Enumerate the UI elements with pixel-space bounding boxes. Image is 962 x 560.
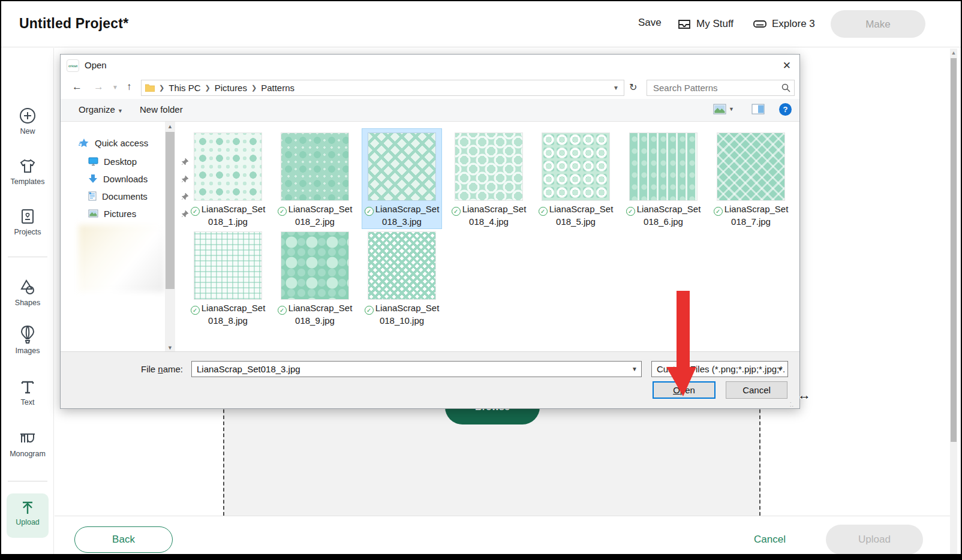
dialog-title-bar[interactable]: cricut Open ✕ — [61, 55, 799, 77]
scrollbar-thumb[interactable] — [166, 132, 175, 289]
chevron-down-icon: ▼ — [118, 108, 123, 114]
organize-menu[interactable]: Organize▼ — [79, 104, 123, 115]
breadcrumb-separator: ❯ — [205, 84, 211, 92]
sidebar-item-templates[interactable]: Templates — [1, 157, 54, 186]
close-icon[interactable]: ✕ — [783, 59, 791, 72]
sidebar-item-projects[interactable]: Projects — [1, 207, 54, 236]
address-bar: ← → ▼ ↑ ❯ This PC ❯ Pictures ❯ Patterns … — [61, 77, 799, 99]
nav-item-pictures[interactable]: Pictures — [88, 206, 194, 221]
breadcrumb-separator: ❯ — [251, 84, 257, 92]
file-name-input[interactable] — [196, 362, 621, 376]
file-item-7[interactable]: ✓LianaScrap_Set018_7.jpg — [711, 129, 790, 228]
file-item-1[interactable]: ✓LianaScrap_Set018_1.jpg — [188, 129, 267, 228]
cancel-link[interactable]: Cancel — [754, 534, 786, 546]
back-button[interactable]: Back — [74, 526, 173, 553]
blurred-folder-preview — [79, 225, 165, 292]
folder-icon — [145, 84, 155, 92]
breadcrumb[interactable]: ❯ This PC ❯ Pictures ❯ Patterns ▼ — [141, 80, 624, 96]
file-item-8[interactable]: ✓LianaScrap_Set018_8.jpg — [188, 228, 267, 327]
sidebar-item-monogram[interactable]: Monogram — [1, 429, 54, 458]
nav-item-downloads[interactable]: Downloads — [88, 171, 194, 186]
page-scrollbar[interactable]: ▲ — [950, 49, 957, 554]
synced-check-icon: ✓ — [626, 207, 635, 216]
back-arrow-icon[interactable]: ← — [72, 81, 82, 93]
file-item-4[interactable]: ✓LianaScrap_Set018_4.jpg — [449, 129, 528, 228]
preview-pane-icon[interactable] — [751, 104, 765, 115]
scrollbar-thumb[interactable] — [951, 58, 957, 442]
quick-access-star-icon — [79, 138, 89, 148]
save-button[interactable]: Save — [638, 17, 662, 29]
open-button[interactable]: Open — [653, 381, 716, 399]
sidebar-item-upload[interactable]: Upload — [7, 493, 49, 538]
my-stuff-button[interactable]: My Stuff — [677, 17, 733, 31]
nav-item-documents[interactable]: Documents — [88, 188, 194, 204]
file-thumbnail — [368, 133, 435, 200]
project-title: Untitled Project* — [19, 16, 128, 32]
refresh-icon[interactable]: ↻ — [629, 82, 637, 93]
window-frame-edge — [1, 554, 961, 559]
desktop-icon — [88, 157, 98, 166]
file-item-9[interactable]: ✓LianaScrap_Set018_9.jpg — [275, 228, 354, 327]
project-card-icon — [19, 207, 36, 225]
bottom-action-bar: Back Cancel Upload — [55, 516, 957, 557]
folder-nav-pane: Quick access Desktop Downloads Documents — [61, 122, 166, 353]
nav-item-desktop[interactable]: Desktop — [88, 153, 194, 169]
thumbnail-view-icon[interactable] — [713, 104, 726, 115]
file-thumbnail — [630, 133, 697, 200]
synced-check-icon: ✓ — [365, 306, 374, 315]
synced-check-icon: ✓ — [365, 207, 374, 216]
nav-scrollbar[interactable]: ▲ ▼ — [165, 122, 175, 353]
address-dropdown-icon[interactable]: ▼ — [613, 85, 619, 91]
app-window: Untitled Project* Save My Stuff Explore … — [0, 0, 962, 560]
file-item-10[interactable]: ✓LianaScrap_Set018_10.jpg — [362, 228, 441, 327]
view-dropdown-icon[interactable]: ▼ — [729, 106, 734, 112]
make-button[interactable]: Make — [831, 10, 925, 38]
inbox-icon — [677, 17, 692, 31]
synced-check-icon: ✓ — [278, 306, 287, 315]
file-thumbnail — [194, 232, 261, 299]
cricut-machine-icon — [753, 17, 767, 31]
machine-selector-button[interactable]: Explore 3 — [753, 17, 815, 31]
file-item-6[interactable]: ✓LianaScrap_Set018_6.jpg — [624, 129, 703, 228]
text-icon — [19, 379, 36, 396]
file-thumbnail — [368, 232, 435, 299]
file-type-dropdown[interactable]: Custom Files (*.png;*.pjp;*.jpg;*. ▼ — [651, 361, 788, 377]
history-chevron-icon[interactable]: ▼ — [112, 84, 118, 91]
pictures-icon — [88, 209, 98, 218]
dialog-body: Quick access Desktop Downloads Documents — [61, 122, 799, 353]
search-input[interactable] — [652, 81, 778, 95]
chevron-down-icon[interactable]: ▼ — [632, 366, 638, 372]
new-plus-icon — [19, 107, 37, 125]
scroll-up-arrow[interactable]: ▲ — [165, 122, 175, 131]
upload-button[interactable]: Upload — [826, 525, 923, 555]
sidebar-item-new[interactable]: New — [1, 107, 54, 136]
document-icon — [88, 191, 97, 201]
top-bar: Untitled Project* Save My Stuff Explore … — [1, 1, 961, 47]
resize-grip[interactable]: ... — [790, 399, 797, 407]
dialog-toolbar: Organize▼ New folder ▼ ? — [61, 99, 799, 122]
breadcrumb-separator: ❯ — [159, 84, 164, 92]
synced-check-icon: ✓ — [191, 207, 200, 216]
breadcrumb-pictures[interactable]: Pictures — [215, 83, 247, 93]
sidebar-item-shapes[interactable]: Shapes — [1, 278, 54, 307]
search-icon — [781, 83, 790, 92]
synced-check-icon: ✓ — [539, 207, 548, 216]
file-item-5[interactable]: ✓LianaScrap_Set018_5.jpg — [536, 129, 615, 228]
new-folder-button[interactable]: New folder — [140, 104, 183, 115]
forward-arrow-icon[interactable]: → — [94, 81, 104, 93]
breadcrumb-patterns[interactable]: Patterns — [261, 83, 294, 93]
file-name-label: File name: — [141, 364, 183, 374]
chevron-down-icon: ▼ — [777, 362, 783, 377]
breadcrumb-this-pc[interactable]: This PC — [169, 83, 200, 93]
sidebar-item-text[interactable]: Text — [1, 379, 54, 407]
file-thumbnail — [281, 133, 348, 200]
file-item-3-selected[interactable]: ✓LianaScrap_Set018_3.jpg — [362, 129, 441, 228]
up-arrow-icon[interactable]: ↑ — [127, 81, 132, 93]
sidebar-item-images[interactable]: Images — [1, 325, 54, 355]
dialog-cancel-button[interactable]: Cancel — [726, 381, 787, 399]
file-thumbnail — [281, 232, 348, 299]
help-icon[interactable]: ? — [779, 103, 792, 116]
file-item-2[interactable]: ✓LianaScrap_Set018_2.jpg — [275, 129, 354, 228]
search-box — [647, 80, 795, 96]
scroll-up-arrow[interactable]: ▲ — [950, 49, 957, 57]
